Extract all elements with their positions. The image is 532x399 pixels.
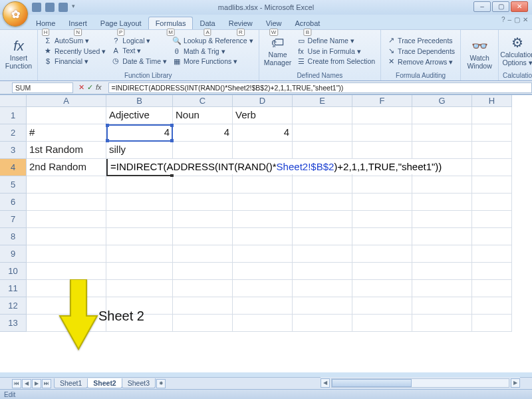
cell-G6[interactable] (412, 194, 472, 211)
cell-C3[interactable] (173, 142, 233, 159)
cell-F13[interactable] (352, 315, 412, 332)
cell-D11[interactable] (233, 280, 293, 297)
text-button[interactable]: AText ▾ (110, 46, 168, 55)
cell-F10[interactable] (352, 263, 412, 280)
cell-C6[interactable] (173, 194, 233, 211)
row-header-6[interactable]: 6 (0, 194, 27, 211)
scroll-right-button[interactable]: ▶ (511, 378, 520, 388)
horizontal-scrollbar[interactable]: ◀ ▶ (321, 377, 520, 389)
qat-dropdown-icon[interactable]: ▾ (72, 3, 75, 12)
cell-A1[interactable] (27, 107, 106, 124)
mathtrig-button[interactable]: θMath & Trig ▾ (171, 47, 255, 56)
cell-B11[interactable] (106, 280, 173, 297)
recently-used-button[interactable]: ★Recently Used ▾ (42, 46, 107, 56)
cell-E1[interactable] (293, 107, 352, 124)
scroll-left-button[interactable]: ◀ (321, 378, 330, 388)
cell-C7[interactable] (173, 211, 233, 228)
first-sheet-button[interactable]: ⏮ (12, 379, 21, 388)
cell-H10[interactable] (472, 263, 512, 280)
use-in-formula-button[interactable]: fxUse in Formula ▾ (295, 47, 377, 56)
cell-F9[interactable] (352, 245, 412, 263)
cell-D8[interactable] (233, 228, 293, 245)
select-all-corner[interactable] (0, 95, 27, 107)
next-sheet-button[interactable]: ▶ (32, 379, 41, 388)
cell-A4[interactable]: 2nd Random (27, 159, 106, 176)
row-header-11[interactable]: 11 (0, 280, 27, 297)
cell-C9[interactable] (173, 245, 233, 263)
autosum-button[interactable]: ΣAutoSum ▾ (42, 36, 107, 45)
col-header-G[interactable]: G (412, 95, 472, 107)
cell-D2[interactable]: 4 (233, 124, 293, 142)
cell-B6[interactable] (106, 194, 173, 211)
cell-G5[interactable] (412, 176, 472, 194)
cell-H11[interactable] (472, 280, 512, 297)
cell-G3[interactable] (412, 142, 472, 159)
cell-B7[interactable] (106, 211, 173, 228)
cell-E10[interactable] (293, 263, 352, 280)
cell-E2[interactable] (293, 124, 352, 142)
cell-E3[interactable] (293, 142, 352, 159)
trace-dependents-button[interactable]: ↘Trace Dependents (385, 46, 456, 56)
cell-H9[interactable] (472, 245, 512, 263)
minimize-button[interactable]: – (473, 1, 491, 12)
cell-B10[interactable] (106, 263, 173, 280)
row-header-1[interactable]: 1 (0, 107, 27, 124)
insert-function-button[interactable]: fx Insert Function (4, 31, 33, 78)
cell-E6[interactable] (293, 194, 352, 211)
cell-H13[interactable] (472, 315, 512, 332)
cell-F7[interactable] (352, 211, 412, 228)
watch-window-button[interactable]: 👓Watch Window (465, 31, 494, 78)
cell-C10[interactable] (173, 263, 233, 280)
row-header-12[interactable]: 12 (0, 297, 27, 315)
cell-C2[interactable]: 4 (173, 124, 233, 142)
cell-B9[interactable] (106, 245, 173, 263)
datetime-button[interactable]: ◷Date & Time ▾ (110, 56, 168, 66)
cell-A3[interactable]: 1st Random (27, 142, 106, 159)
sheet-tab-sheet2[interactable]: Sheet2 (87, 378, 122, 388)
cell-F11[interactable] (352, 280, 412, 297)
cell-D13[interactable] (233, 315, 293, 332)
cell-A2[interactable]: # (27, 124, 106, 142)
last-sheet-button[interactable]: ⏭ (42, 379, 51, 388)
prev-sheet-button[interactable]: ◀ (22, 379, 31, 388)
morefn-button[interactable]: ▦More Functions ▾ (171, 57, 255, 66)
cell-D12[interactable] (233, 297, 293, 315)
ribbon-tab-formulas[interactable]: FormulasM (148, 17, 194, 29)
cell-H4[interactable] (472, 159, 512, 176)
cell-C12[interactable] (173, 297, 233, 315)
ribbon-tab-acrobat[interactable]: AcrobatB (288, 17, 327, 29)
cell-C1[interactable]: Noun (173, 107, 233, 124)
cell-F1[interactable] (352, 107, 412, 124)
row-header-5[interactable]: 5 (0, 176, 27, 194)
cell-D9[interactable] (233, 245, 293, 263)
ribbon-tab-review[interactable]: ReviewR (222, 17, 259, 29)
cell-A9[interactable] (27, 245, 106, 263)
name-manager-button[interactable]: 🏷Name Manager (263, 31, 293, 70)
cell-F3[interactable] (352, 142, 412, 159)
col-header-A[interactable]: A (27, 95, 106, 107)
cell-H6[interactable] (472, 194, 512, 211)
row-header-13[interactable]: 13 (0, 315, 27, 332)
cell-A8[interactable] (27, 228, 106, 245)
row-header-10[interactable]: 10 (0, 263, 27, 280)
ribbon-tab-home[interactable]: HomeH (29, 17, 62, 29)
cell-F12[interactable] (352, 297, 412, 315)
office-button[interactable]: ✿ (3, 1, 28, 27)
formula-input[interactable] (108, 82, 532, 93)
cell-C13[interactable] (173, 315, 233, 332)
cell-H1[interactable] (472, 107, 512, 124)
row-header-2[interactable]: 2 (0, 124, 27, 142)
cell-A5[interactable] (27, 176, 106, 194)
cell-D5[interactable] (233, 176, 293, 194)
cell-H8[interactable] (472, 228, 512, 245)
cell-G7[interactable] (412, 211, 472, 228)
cells-area[interactable]: AdjectiveNounVerb#4441st Randomsilly2nd … (27, 107, 512, 332)
row-header-9[interactable]: 9 (0, 245, 27, 263)
cell-G11[interactable] (412, 280, 472, 297)
row-header-3[interactable]: 3 (0, 142, 27, 159)
col-header-C[interactable]: C (173, 95, 233, 107)
cell-H3[interactable] (472, 142, 512, 159)
col-header-B[interactable]: B (106, 95, 173, 107)
fx-button[interactable]: fx (96, 83, 102, 92)
cell-A7[interactable] (27, 211, 106, 228)
